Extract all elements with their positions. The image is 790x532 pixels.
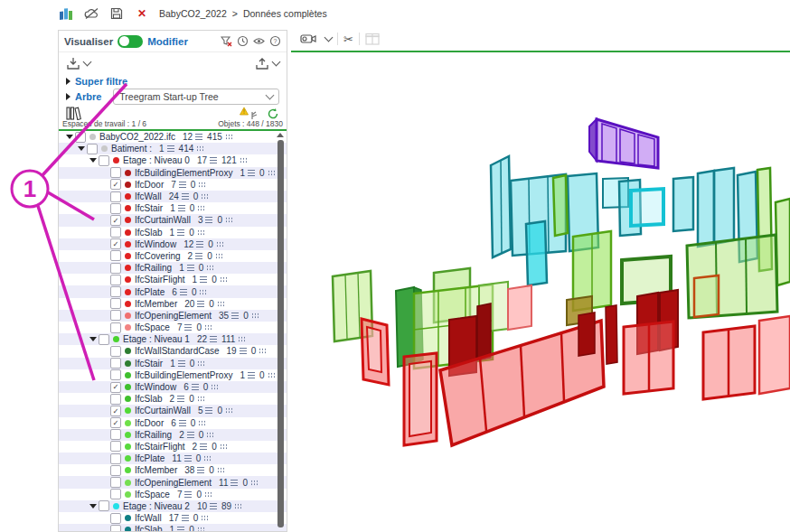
grid-icon[interactable]	[197, 229, 205, 236]
tree-collapse-caret-icon[interactable]	[88, 504, 99, 509]
list-icon[interactable]	[182, 515, 189, 521]
tree-row[interactable]: IfcSlab10	[59, 524, 287, 531]
tree-checkbox[interactable]	[110, 203, 121, 214]
tree-row[interactable]: IfcStair10	[59, 358, 287, 369]
export-icon[interactable]	[255, 57, 269, 70]
tree-row[interactable]: IfcMember200	[59, 298, 287, 310]
list-icon[interactable]	[197, 301, 204, 307]
3d-model-canvas[interactable]	[291, 52, 790, 532]
close-project-icon[interactable]: ✕	[134, 5, 150, 22]
grid-icon[interactable]	[238, 336, 246, 342]
tree-row[interactable]: IfcWall240	[59, 191, 287, 202]
grid-icon[interactable]	[216, 241, 224, 247]
tree-checkbox[interactable]	[87, 144, 98, 154]
history-icon[interactable]	[237, 35, 249, 47]
tree-checkbox[interactable]	[110, 369, 121, 380]
tree-collapse-caret-icon[interactable]	[76, 146, 87, 151]
grid-icon[interactable]	[196, 145, 204, 152]
tree-checkbox[interactable]	[110, 477, 121, 488]
grid-icon[interactable]	[234, 503, 242, 509]
list-icon[interactable]	[231, 313, 239, 319]
tree-row[interactable]: IfcSpace70	[59, 322, 287, 333]
tree-row[interactable]: IfcStairFlight20	[59, 441, 287, 453]
list-icon[interactable]	[200, 276, 207, 283]
tree-checkbox[interactable]	[110, 310, 121, 321]
tree-row[interactable]: IfcSpace70	[59, 489, 287, 500]
grid-icon[interactable]	[211, 384, 219, 390]
super-filter-section[interactable]: Super filtre	[59, 74, 287, 88]
list-icon[interactable]	[200, 443, 207, 450]
tree-row[interactable]: IfcWallStandardCase190	[59, 345, 287, 357]
tree-row[interactable]: ✓IfcDoor70	[59, 179, 287, 191]
tree-checkbox[interactable]	[110, 275, 121, 285]
tree-scrollbar[interactable]	[277, 131, 285, 531]
list-icon[interactable]	[184, 455, 192, 462]
list-icon[interactable]	[197, 467, 204, 473]
expand-right-icon[interactable]	[66, 93, 71, 100]
tree-collapse-caret-icon[interactable]	[88, 337, 99, 341]
tree-row[interactable]: IfcWall170	[59, 512, 287, 524]
grid-icon[interactable]	[198, 182, 206, 188]
grid-icon[interactable]	[197, 396, 205, 402]
tree-checkbox[interactable]	[110, 441, 121, 452]
list-icon[interactable]	[184, 324, 192, 331]
tree-checkbox[interactable]	[110, 489, 121, 499]
list-icon[interactable]	[167, 145, 174, 152]
list-icon[interactable]	[210, 336, 217, 342]
list-icon[interactable]	[205, 407, 212, 414]
tree-row[interactable]: Etage : Niveau 122111	[59, 333, 287, 345]
grid-icon[interactable]	[268, 372, 276, 378]
scroll-up-icon[interactable]	[277, 133, 284, 137]
list-icon[interactable]	[192, 384, 199, 390]
tree-checkbox[interactable]	[99, 334, 109, 345]
tree-checkbox[interactable]	[110, 263, 121, 274]
camera-view-icon[interactable]	[300, 33, 316, 45]
grid-icon[interactable]	[240, 157, 248, 163]
warning-hierarchy-icon[interactable]: !	[240, 107, 259, 120]
export-chevron-down-icon[interactable]	[272, 58, 281, 67]
tree-type-select[interactable]: Treegram Start-up Tree	[113, 89, 279, 105]
section-cut-icon[interactable]: ✂	[343, 33, 353, 46]
tree-row[interactable]: ✓IfcCurtainWall50	[59, 405, 287, 416]
list-icon[interactable]	[187, 265, 194, 271]
tree-row[interactable]: IfcStair10	[59, 202, 287, 214]
tree-row[interactable]: IfcBuildingElementProxy10	[59, 369, 287, 381]
list-icon[interactable]	[210, 157, 217, 163]
clear-filter-icon[interactable]	[221, 35, 232, 47]
tree-checkbox[interactable]	[99, 155, 109, 166]
grid-icon[interactable]	[197, 527, 205, 531]
grid-icon[interactable]	[268, 170, 276, 176]
grid-icon[interactable]	[217, 467, 225, 473]
grid-icon[interactable]	[206, 432, 214, 438]
list-icon[interactable]	[240, 348, 247, 354]
tree-checkbox[interactable]	[110, 286, 121, 297]
grid-icon[interactable]	[201, 515, 209, 521]
tree-row[interactable]: Etage : Niveau 017121	[59, 154, 287, 166]
grid-icon[interactable]	[220, 276, 228, 283]
tree-checkbox[interactable]	[110, 358, 121, 369]
grid-icon[interactable]	[259, 348, 267, 354]
model-level-3-group[interactable]	[589, 119, 658, 168]
tree-checkbox[interactable]	[75, 132, 86, 143]
mode-modifier-label[interactable]: Modifier	[147, 36, 188, 47]
tree-checkbox[interactable]: ✓	[110, 382, 121, 393]
tree-checkbox[interactable]	[110, 429, 121, 440]
grid-icon[interactable]	[204, 324, 212, 331]
tree-row[interactable]: ✓IfcCurtainWall30	[59, 214, 287, 226]
tree-row[interactable]: IfcOpeningElement110	[59, 476, 287, 488]
grid-icon[interactable]	[203, 455, 212, 462]
visibility-eye-icon[interactable]	[253, 35, 265, 47]
mode-toggle[interactable]	[118, 35, 143, 48]
list-icon[interactable]	[180, 289, 187, 295]
3d-model-scene[interactable]	[298, 52, 790, 532]
tree-checkbox[interactable]	[110, 167, 121, 178]
save-icon[interactable]	[108, 5, 125, 22]
tree-row[interactable]: IfcPlate60	[59, 285, 287, 297]
grid-icon[interactable]	[206, 265, 214, 271]
tree-row[interactable]: ✓IfcDoor60	[59, 417, 287, 429]
tree-row[interactable]: ✓IfcWindow120	[59, 238, 287, 250]
tree-checkbox[interactable]	[110, 322, 121, 333]
list-icon[interactable]	[184, 491, 192, 498]
tree-row[interactable]: IfcCovering20	[59, 250, 287, 262]
list-icon[interactable]	[177, 229, 184, 236]
